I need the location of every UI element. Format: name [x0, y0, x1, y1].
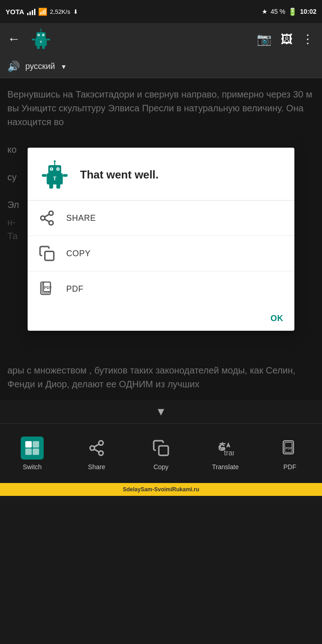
nav-share-icon-container: [85, 437, 108, 460]
svg-text:PDF: PDF: [44, 286, 52, 290]
nav-item-pdf[interactable]: PDF PDF: [258, 437, 322, 471]
svg-rect-22: [63, 174, 68, 177]
pdf-icon: PDF PDF: [39, 281, 55, 297]
nav-copy-label: Copy: [154, 463, 169, 471]
gallery-button[interactable]: 🖼: [281, 32, 293, 46]
signal-icon: [27, 8, 35, 15]
nav-share-icon: [88, 439, 105, 457]
nav-item-switch[interactable]: Switch: [0, 437, 64, 471]
copy-icon: [39, 245, 55, 262]
nav-share-label: Share: [88, 463, 105, 471]
dialog-share-item[interactable]: SHARE: [28, 201, 294, 236]
speed-label: 2,52K/s: [50, 8, 70, 15]
nav-item-translate[interactable]: G translate Translate: [193, 437, 258, 471]
svg-point-42: [90, 446, 95, 450]
svg-point-17: [51, 168, 52, 170]
battery-icon: 🔋: [288, 7, 297, 16]
language-bar: 🔊 русский ▼: [0, 55, 322, 78]
switch-icon: [24, 440, 40, 456]
dialog-footer: OK: [28, 306, 294, 331]
svg-point-5: [43, 34, 44, 35]
svg-text:T: T: [53, 176, 57, 181]
svg-point-43: [99, 451, 104, 455]
status-left: YOTA 📶 2,52K/s ⬇: [6, 7, 78, 16]
language-dropdown-arrow[interactable]: ▼: [61, 63, 67, 70]
nav-translate-label: Translate: [212, 463, 239, 471]
time-label: 10:02: [300, 8, 316, 15]
share-icon: [39, 210, 55, 226]
action-bar: ← T 📷 🖼 ⋮: [0, 23, 322, 55]
wifi-icon: 📶: [38, 7, 47, 16]
dialog-pdf-label: PDF: [66, 284, 84, 294]
language-label: русский: [25, 62, 55, 71]
svg-rect-38: [33, 441, 39, 448]
status-bar: YOTA 📶 2,52K/s ⬇ ★ 45 % 🔋 10:02: [0, 0, 322, 23]
switch-icon-container: [21, 437, 44, 460]
svg-rect-8: [32, 39, 35, 40]
dialog-pdf-item[interactable]: PDF PDF PDF: [28, 271, 294, 306]
scroll-down-arrow[interactable]: ▼: [155, 405, 167, 418]
action-bar-left: ← T: [7, 28, 52, 51]
nav-pdf-label: PDF: [283, 463, 296, 471]
nav-item-share[interactable]: Share: [64, 437, 129, 471]
app-logo: T: [29, 28, 52, 51]
svg-line-45: [94, 444, 99, 447]
svg-point-20: [54, 161, 56, 162]
bottom-nav: Switch Share Copy G tra: [0, 423, 322, 483]
nav-switch-label: Switch: [23, 463, 41, 471]
dialog-title: That went well.: [80, 168, 159, 181]
carrier-label: YOTA: [6, 8, 24, 16]
svg-text:translate: translate: [224, 448, 234, 456]
status-right: ★ 45 % 🔋 10:02: [262, 7, 316, 16]
svg-rect-24: [57, 184, 60, 189]
svg-line-30: [45, 214, 49, 217]
nav-pdf-icon: PDF: [281, 439, 299, 457]
svg-text:PDF: PDF: [286, 447, 293, 450]
camera-button[interactable]: 📷: [257, 32, 271, 46]
arrow-section: ▼: [0, 400, 322, 423]
dialog-header: T That went well.: [28, 148, 294, 201]
nav-translate-icon-container: G translate: [214, 437, 237, 460]
download-icon: ⬇: [73, 8, 78, 15]
nav-item-copy[interactable]: Copy: [129, 437, 193, 471]
svg-point-18: [58, 168, 59, 170]
more-options-button[interactable]: ⋮: [302, 32, 315, 46]
svg-rect-37: [25, 441, 32, 448]
svg-point-26: [49, 211, 53, 215]
nav-translate-icon: G translate: [217, 439, 234, 457]
svg-point-4: [38, 34, 39, 35]
svg-rect-23: [49, 184, 53, 189]
svg-rect-40: [33, 448, 39, 455]
nav-copy-icon-container: [150, 437, 172, 460]
dialog: T That went well. SHARE: [28, 148, 294, 331]
dialog-ok-button[interactable]: OK: [270, 314, 283, 323]
dialog-share-label: SHARE: [66, 213, 96, 223]
bluetooth-icon: ★: [262, 8, 268, 15]
dialog-copy-item[interactable]: COPY: [28, 236, 294, 271]
svg-text:T: T: [40, 40, 42, 44]
back-button[interactable]: ←: [7, 32, 20, 46]
svg-rect-11: [42, 46, 45, 49]
svg-rect-39: [25, 448, 32, 455]
watermark-bar: SdelaySam-SvoimiRukami.ru: [0, 483, 322, 496]
svg-line-44: [94, 449, 99, 452]
nav-copy-icon: [152, 439, 170, 457]
svg-line-29: [45, 219, 49, 222]
main-content-wrapper: Вернувшись на Такэситадори и свернув нап…: [0, 78, 322, 354]
svg-rect-21: [42, 174, 47, 177]
dialog-copy-label: COPY: [66, 249, 91, 259]
battery-label: 45 %: [270, 8, 285, 15]
svg-rect-9: [47, 39, 51, 40]
svg-point-28: [49, 221, 53, 225]
svg-point-41: [99, 441, 104, 445]
speaker-icon[interactable]: 🔊: [7, 61, 20, 73]
svg-rect-46: [159, 446, 168, 455]
nav-pdf-icon-container: PDF: [278, 437, 301, 460]
svg-rect-10: [37, 46, 40, 49]
svg-point-27: [41, 216, 45, 220]
watermark-text: SdelaySam-SvoimiRukami.ru: [123, 486, 199, 493]
dialog-robot-icon: T: [39, 159, 71, 191]
svg-rect-31: [45, 252, 54, 261]
svg-point-7: [40, 29, 42, 30]
dialog-overlay: T That went well. SHARE: [0, 78, 322, 400]
